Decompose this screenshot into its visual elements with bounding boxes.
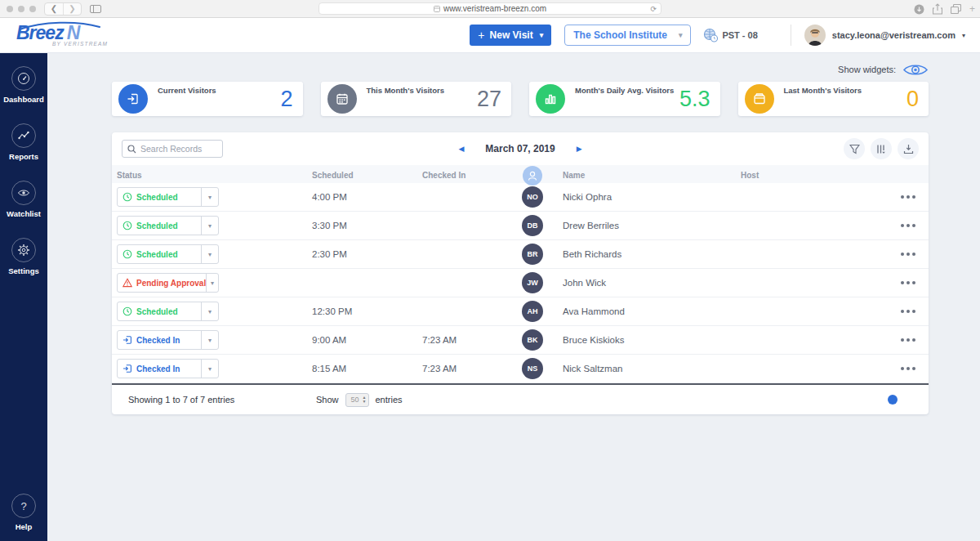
- window-minimize-button[interactable]: [18, 6, 24, 12]
- sidebar: Dashboard Reports Watchlist Settings ? H…: [0, 53, 47, 541]
- app-logo: BreezN BY VERISTREAM: [16, 25, 172, 47]
- scheduled-time: 3:30 PM: [302, 221, 412, 230]
- table-row: Scheduled ▾ 4:00 PM NO Nicki Ophra: [112, 183, 929, 212]
- checked-in-time: 7:23 AM: [412, 364, 512, 373]
- site-icon: [434, 6, 440, 12]
- row-actions-button[interactable]: [888, 281, 929, 284]
- downloads-icon[interactable]: [914, 4, 924, 15]
- status-dropdown[interactable]: Checked In ▾: [117, 330, 219, 350]
- browser-chrome: ❮ ❯ www.veristream-breezn.com ⟳ +: [0, 0, 980, 18]
- status-dropdown[interactable]: Checked In ▾: [117, 359, 219, 378]
- visitor-name: Nicki Ophra: [553, 192, 731, 202]
- user-email: stacy.leona@veristream.com: [832, 30, 956, 40]
- row-actions-button[interactable]: [888, 195, 929, 199]
- table-row: Scheduled ▾ 12:30 PM AH Ava Hammond: [112, 297, 929, 326]
- stat-card-value: 5.3: [679, 82, 710, 116]
- browser-back-button[interactable]: ❮: [45, 3, 63, 15]
- search-box[interactable]: [122, 140, 223, 158]
- status-icon: [122, 192, 132, 202]
- new-visit-button[interactable]: + New Visit ▾: [470, 25, 551, 46]
- row-actions-button[interactable]: [888, 338, 929, 342]
- row-actions-button[interactable]: [888, 367, 929, 370]
- stat-card-last-month-visitors: Last Month's Visitors 0: [738, 82, 929, 116]
- columns-button[interactable]: [871, 138, 892, 159]
- tabs-icon[interactable]: [951, 4, 961, 14]
- row-actions-button[interactable]: [888, 224, 929, 227]
- chevron-down-icon: ▾: [206, 274, 218, 292]
- avatar: [804, 25, 826, 46]
- showing-entries-text: Showing 1 to 7 of 7 entries: [128, 395, 316, 405]
- sidebar-toggle-icon[interactable]: [90, 5, 101, 13]
- gear-icon: [11, 238, 36, 262]
- status-dropdown[interactable]: Scheduled ▾: [117, 244, 219, 264]
- share-icon[interactable]: [933, 3, 942, 15]
- row-actions-button[interactable]: [888, 310, 929, 313]
- status-dropdown[interactable]: Scheduled ▾: [117, 216, 219, 235]
- scheduled-time: 8:15 AM: [302, 364, 412, 373]
- visitor-initials-avatar: NS: [522, 358, 543, 379]
- status-label: Checked In: [136, 364, 201, 373]
- logo-swoosh: [18, 21, 103, 31]
- window-zoom-button[interactable]: [29, 6, 36, 12]
- page-size-select[interactable]: 50 ▲▼: [345, 393, 369, 407]
- visitor-initials-avatar: DB: [522, 215, 543, 236]
- info-dot-button[interactable]: [888, 395, 898, 405]
- entries-label: entries: [376, 395, 403, 405]
- app-header: BreezN BY VERISTREAM + New Visit ▾ The S…: [0, 18, 980, 53]
- visitor-name: Bruce Kiskioks: [553, 335, 731, 345]
- window-close-button[interactable]: [7, 6, 13, 12]
- visitor-name: Nick Saltzman: [553, 364, 731, 373]
- current-date[interactable]: March 07, 2019: [485, 143, 555, 154]
- status-dropdown[interactable]: Scheduled ▾: [117, 187, 219, 207]
- chevron-down-icon: ▾: [201, 360, 218, 378]
- filter-button[interactable]: [844, 138, 865, 159]
- search-input[interactable]: [140, 144, 214, 154]
- person-icon: [523, 166, 542, 186]
- row-actions-button[interactable]: [888, 253, 929, 256]
- sidebar-item-dashboard[interactable]: Dashboard: [3, 66, 44, 104]
- prev-day-arrow[interactable]: ◀: [458, 145, 464, 153]
- sidebar-item-settings[interactable]: Settings: [8, 238, 38, 275]
- address-bar[interactable]: www.veristream-breezn.com ⟳: [318, 2, 662, 15]
- organization-selector[interactable]: The School Institute ▾: [564, 25, 691, 46]
- main-content: Show widgets: Current Visitors 2 This Mo…: [47, 53, 980, 541]
- next-day-arrow[interactable]: ▶: [577, 145, 582, 153]
- status-icon: [122, 364, 132, 373]
- user-menu[interactable]: stacy.leona@veristream.com ▾: [804, 25, 965, 46]
- checked-in-time: 7:23 AM: [412, 335, 512, 345]
- stat-card-current-visitors: Current Visitors 2: [112, 82, 303, 116]
- stepper-icon: ▲▼: [363, 396, 367, 404]
- reload-icon[interactable]: ⟳: [650, 5, 657, 13]
- stat-card-label: Last Month's Visitors: [784, 86, 862, 95]
- download-icon: [903, 144, 914, 154]
- visitor-initials-avatar: NO: [522, 186, 543, 208]
- stat-card-month-visitors: This Month's Visitors 27: [321, 82, 512, 116]
- window-controls[interactable]: [7, 6, 36, 12]
- table-row: Scheduled ▾ 3:30 PM DB Drew Berriles: [112, 212, 929, 240]
- chevron-down-icon: ▾: [540, 31, 544, 39]
- table-header-row: Status Scheduled Checked In Name Host: [112, 165, 929, 183]
- column-header-scheduled: Scheduled: [302, 171, 412, 180]
- status-icon: [122, 306, 132, 316]
- stat-card-label: Month's Daily Avg. Visitors: [575, 86, 674, 95]
- download-button[interactable]: [898, 138, 919, 159]
- table-row: Checked In ▾ 8:15 AM 7:23 AM NS Nick Sal…: [112, 355, 929, 383]
- sidebar-item-watchlist[interactable]: Watchlist: [7, 181, 41, 218]
- stat-card-value: 0: [906, 82, 919, 116]
- status-dropdown[interactable]: Scheduled ▾: [117, 302, 219, 321]
- calendar-icon: [745, 84, 774, 114]
- page-size-value: 50: [351, 396, 359, 404]
- visitor-initials-avatar: BR: [522, 244, 543, 265]
- new-tab-icon[interactable]: +: [969, 3, 975, 15]
- organization-value: The School Institute: [573, 29, 667, 41]
- status-dropdown[interactable]: Pending Approval ▾: [117, 273, 219, 293]
- show-widgets-toggle[interactable]: [902, 63, 929, 77]
- chevron-down-icon: ▾: [201, 217, 218, 235]
- browser-forward-button[interactable]: ❯: [63, 3, 81, 15]
- columns-icon: [876, 144, 887, 154]
- sidebar-item-reports[interactable]: Reports: [9, 123, 38, 161]
- column-header-status: Status: [112, 171, 302, 180]
- scheduled-time: 12:30 PM: [302, 306, 412, 316]
- sidebar-item-help[interactable]: ? Help: [11, 494, 36, 531]
- status-icon: [122, 249, 132, 259]
